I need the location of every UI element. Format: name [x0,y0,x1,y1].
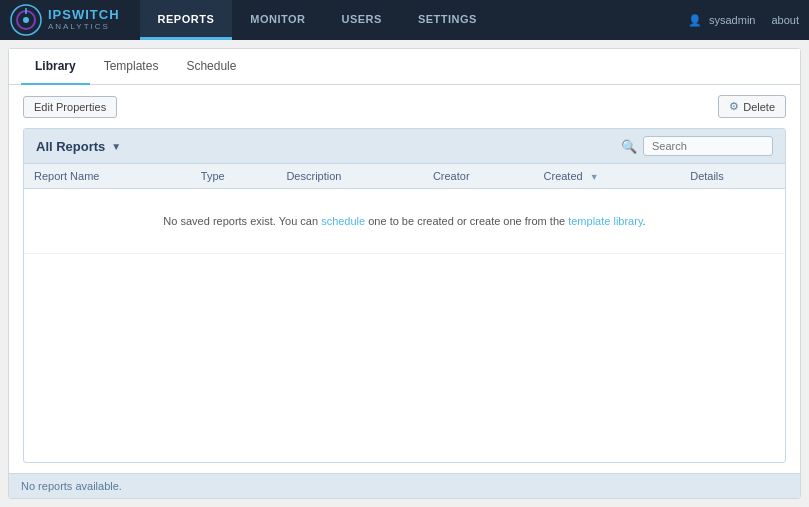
nav-tab-users[interactable]: USERS [324,0,400,40]
nav-right: 👤 sysadmin about [688,14,799,27]
toolbar: Edit Properties ⚙ Delete [23,95,786,118]
reports-table: Report Name Type Description Creator Cre… [24,164,785,254]
empty-text-1: No saved reports exist. You can [163,215,321,227]
nav-user[interactable]: 👤 sysadmin [688,14,756,27]
col-type: Type [191,164,277,189]
page-tabs: Library Templates Schedule [9,49,800,85]
col-created[interactable]: Created ▼ [534,164,681,189]
status-text: No reports available. [21,480,122,492]
main-container: Library Templates Schedule Edit Properti… [8,48,801,499]
col-details: Details [680,164,785,189]
empty-message-cell: No saved reports exist. You can schedule… [24,189,785,254]
svg-point-2 [23,17,29,23]
nav-tab-monitor[interactable]: MONITOR [232,0,323,40]
nav-tab-settings[interactable]: SETTINGS [400,0,495,40]
empty-text-3: . [643,215,646,227]
username: sysadmin [709,14,755,26]
chevron-down-icon: ▼ [111,141,121,152]
tab-library[interactable]: Library [21,49,90,85]
reports-title-text: All Reports [36,139,105,154]
empty-text-2: one to be created or create one from the [365,215,568,227]
template-library-link[interactable]: template library [568,215,642,227]
brand-name: IPSWITCH [48,8,120,22]
search-area: 🔍 [621,136,773,156]
brand-sub: ANALYTICS [48,23,120,32]
logo-text: IPSWITCH ANALYTICS [48,8,120,31]
delete-button[interactable]: ⚙ Delete [718,95,786,118]
empty-message: No saved reports exist. You can schedule… [34,195,775,247]
reports-section: All Reports ▼ 🔍 Report Name Type Descrip… [23,128,786,463]
delete-label: Delete [743,101,775,113]
logo-icon [10,4,42,36]
user-icon: 👤 [688,14,702,26]
table-wrapper: Report Name Type Description Creator Cre… [24,164,785,462]
sort-arrow-icon: ▼ [590,172,599,182]
nav-tab-reports[interactable]: REPORTS [140,0,233,40]
edit-properties-label: Edit Properties [34,101,106,113]
logo: IPSWITCH ANALYTICS [10,4,120,36]
tab-templates[interactable]: Templates [90,49,173,85]
reports-title[interactable]: All Reports ▼ [36,139,121,154]
reports-header: All Reports ▼ 🔍 [24,129,785,164]
search-input[interactable] [643,136,773,156]
search-icon-button[interactable]: 🔍 [621,139,637,154]
status-bar: No reports available. [9,473,800,498]
tab-schedule[interactable]: Schedule [172,49,250,85]
schedule-link[interactable]: schedule [321,215,365,227]
top-navigation: IPSWITCH ANALYTICS REPORTS MONITOR USERS… [0,0,809,40]
col-description: Description [276,164,422,189]
col-report-name: Report Name [24,164,191,189]
nav-about[interactable]: about [771,14,799,26]
content-area: Edit Properties ⚙ Delete All Reports ▼ 🔍 [9,85,800,473]
table-empty-row: No saved reports exist. You can schedule… [24,189,785,254]
col-creator: Creator [423,164,534,189]
edit-properties-button[interactable]: Edit Properties [23,96,117,118]
nav-tabs: REPORTS MONITOR USERS SETTINGS [140,0,495,40]
table-header-row: Report Name Type Description Creator Cre… [24,164,785,189]
gear-icon: ⚙ [729,100,739,113]
